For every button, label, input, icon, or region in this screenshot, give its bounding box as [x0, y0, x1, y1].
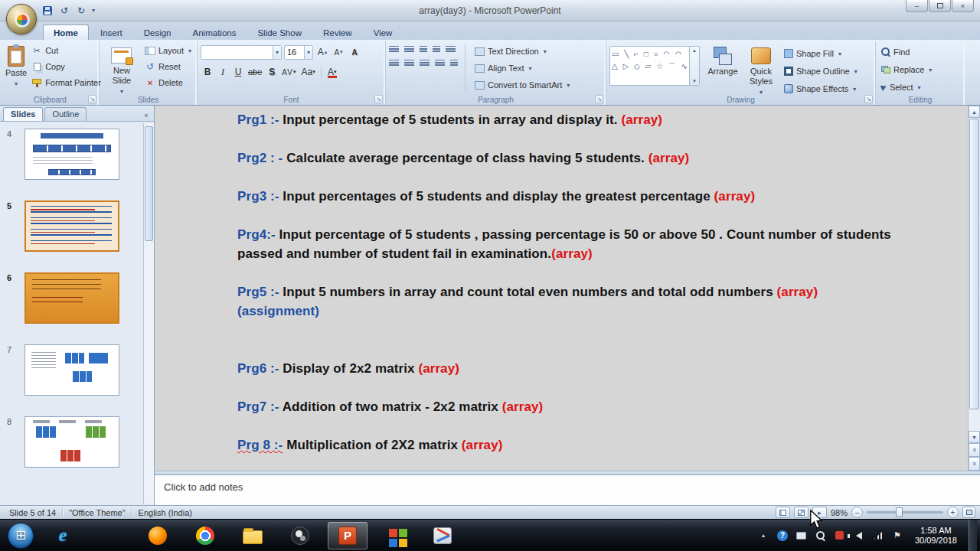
font-color-button[interactable]: A▾	[325, 64, 339, 80]
shapes-gallery[interactable]: ▭ ╲ ⌐ □ ○ ◠ ◠ ⌒ △ ▷ ◇ ▱ ☆ ⌒ ∿ ∗ ▲ ▼	[609, 46, 700, 86]
underline-button[interactable]: U	[231, 64, 245, 80]
slide-sorter-button[interactable]	[794, 507, 808, 518]
zoom-out-button[interactable]: –	[851, 507, 863, 518]
scrollbar-track[interactable]	[969, 410, 980, 431]
taskbar-firefox[interactable]	[138, 522, 178, 549]
tab-slides[interactable]: Slides	[3, 107, 43, 121]
shapes-scroll-up-icon[interactable]: ▲	[692, 48, 697, 53]
change-case-button[interactable]: Aa▾	[299, 64, 316, 80]
maximize-button[interactable]	[929, 0, 951, 12]
thumbnail-scrollbar-thumb[interactable]	[145, 126, 153, 241]
tab-view[interactable]: View	[364, 25, 403, 40]
tray-app-icon[interactable]	[834, 530, 846, 542]
paste-button[interactable]: Paste ▾	[5, 43, 28, 90]
save-icon[interactable]	[41, 5, 54, 17]
font-size-caret-icon[interactable]: ▾	[304, 46, 312, 59]
tab-home[interactable]: Home	[43, 24, 89, 40]
close-button[interactable]: ×	[952, 0, 974, 12]
taskbar-chrome[interactable]	[185, 522, 225, 549]
language-indicator[interactable]: English (India)	[132, 508, 198, 517]
align-right-icon[interactable]	[420, 60, 430, 67]
align-left-icon[interactable]	[389, 60, 399, 67]
tray-help-icon[interactable]: ?	[776, 530, 789, 542]
drawing-dialog-launcher[interactable]: ↘	[864, 95, 873, 103]
zoom-slider-thumb[interactable]	[896, 507, 903, 517]
select-button[interactable]: Select ▾	[879, 80, 962, 95]
taskbar-powerpoint[interactable]: P	[328, 522, 368, 549]
tab-animations[interactable]: Animations	[183, 25, 247, 40]
tab-review[interactable]: Review	[313, 25, 362, 40]
tab-design[interactable]: Design	[134, 25, 181, 40]
layout-button[interactable]: Layout ▾	[142, 43, 194, 58]
taskbar-paint-app[interactable]	[423, 522, 462, 549]
tray-display-icon[interactable]	[795, 530, 808, 542]
convert-smartart-button[interactable]: Convert to SmartArt ▾	[472, 77, 572, 93]
font-name-caret-icon[interactable]: ▾	[273, 46, 281, 59]
notes-pane[interactable]: Click to add notes	[155, 474, 980, 505]
find-button[interactable]: Find	[879, 44, 962, 60]
tab-slide-show[interactable]: Slide Show	[247, 25, 312, 40]
tray-flag-icon[interactable]: ⚑	[891, 530, 903, 542]
font-dialog-launcher[interactable]: ↘	[374, 95, 383, 103]
grow-font-button[interactable]: A▴	[315, 44, 329, 60]
copy-button[interactable]: Copy	[29, 59, 103, 74]
clear-formatting-button[interactable]: A	[348, 44, 361, 60]
clipboard-dialog-launcher[interactable]: ↘	[88, 95, 96, 103]
text-direction-button[interactable]: Text Direction ▾	[472, 44, 572, 59]
delete-button[interactable]: × Delete	[142, 75, 194, 90]
align-text-button[interactable]: Align Text ▾	[472, 60, 572, 76]
start-button[interactable]: ⊞	[8, 523, 34, 549]
undo-icon[interactable]: ↺	[58, 5, 70, 17]
text-shadow-button[interactable]: S	[265, 64, 279, 80]
taskbar-file-explorer[interactable]	[233, 522, 273, 549]
tray-volume-icon[interactable]	[853, 530, 865, 542]
thumbnail-scrollbar[interactable]	[143, 123, 154, 504]
font-size-combo[interactable]: 16 ▾	[284, 45, 313, 60]
taskbar-internet-explorer[interactable]: e	[43, 522, 83, 549]
taskbar-media-app[interactable]	[375, 522, 415, 549]
shape-outline-button[interactable]: Shape Outline ▾	[782, 64, 860, 79]
tab-outline[interactable]: Outline	[44, 107, 87, 121]
scroll-down-icon[interactable]: ▼	[969, 431, 980, 443]
shapes-scroll-down-icon[interactable]: ▼	[692, 79, 697, 83]
shape-fill-button[interactable]: Shape Fill ▾	[782, 46, 860, 61]
slide-canvas[interactable]: Prg1 :- Input percentage of 5 students i…	[155, 106, 980, 471]
slide-text-box[interactable]: Prg1 :- Input percentage of 5 students i…	[237, 110, 936, 471]
justify-icon[interactable]	[435, 60, 445, 67]
qat-customize-caret-icon[interactable]: ▾	[92, 7, 95, 14]
slide-thumbnail-7[interactable]	[24, 344, 119, 396]
new-slide-button[interactable]: New Slide ▾	[103, 43, 141, 97]
taskbar-clock[interactable]: 1:58 AM 30/09/2018	[915, 526, 957, 546]
quick-styles-button[interactable]: Quick Styles ▾	[743, 43, 779, 98]
arrange-button[interactable]: Arrange	[702, 43, 743, 77]
format-painter-button[interactable]: Format Painter	[29, 75, 103, 90]
italic-button[interactable]: I	[216, 64, 230, 80]
font-name-combo[interactable]: ▾	[201, 45, 282, 60]
zoom-in-button[interactable]: +	[947, 507, 959, 518]
previous-slide-button[interactable]: «	[969, 443, 980, 457]
next-slide-button[interactable]: »	[969, 457, 980, 471]
slide-thumbnail-4[interactable]	[24, 129, 119, 180]
normal-view-button[interactable]	[776, 507, 790, 518]
columns-icon[interactable]	[450, 60, 458, 67]
align-center-icon[interactable]	[404, 60, 414, 67]
bullets-icon[interactable]	[389, 46, 399, 54]
fit-to-window-button[interactable]	[962, 507, 975, 518]
scroll-up-icon[interactable]: ▲	[969, 106, 980, 118]
increase-indent-icon[interactable]	[433, 46, 440, 54]
show-hidden-icons-button[interactable]: ▴	[757, 530, 769, 542]
show-desktop-button[interactable]	[969, 520, 977, 551]
shape-effects-button[interactable]: Shape Effects ▾	[782, 81, 860, 96]
minimize-button[interactable]: –	[906, 0, 928, 12]
vertical-scrollbar[interactable]: ▲ ▼ « »	[968, 106, 980, 471]
paragraph-dialog-launcher[interactable]: ↘	[595, 95, 603, 103]
bold-button[interactable]: B	[201, 64, 214, 80]
shrink-font-button[interactable]: A▾	[332, 44, 345, 60]
slide-thumbnail-5[interactable]	[24, 201, 119, 252]
cut-button[interactable]: ✂ Cut	[29, 43, 103, 58]
decrease-indent-icon[interactable]	[420, 46, 427, 54]
tray-network-icon[interactable]	[872, 530, 884, 542]
tray-search-icon[interactable]	[815, 530, 827, 542]
slideshow-button[interactable]: ▸	[812, 507, 827, 518]
strikethrough-button[interactable]: abe	[247, 64, 263, 80]
